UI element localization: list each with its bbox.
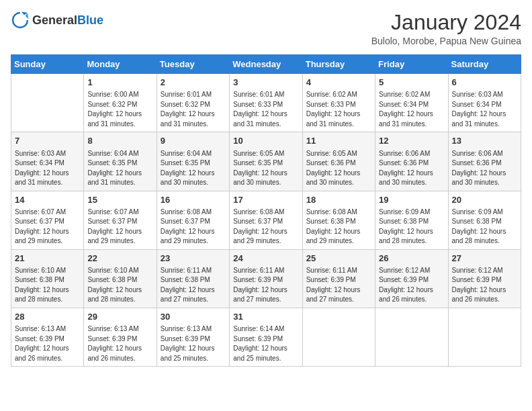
calendar-cell xyxy=(302,308,375,366)
day-number: 27 xyxy=(452,253,517,265)
day-info: Sunrise: 6:10 AMSunset: 6:38 PMDaylight:… xyxy=(87,266,152,305)
calendar-cell: 17Sunrise: 6:08 AMSunset: 6:37 PMDayligh… xyxy=(230,191,302,249)
calendar-cell: 13Sunrise: 6:06 AMSunset: 6:36 PMDayligh… xyxy=(448,132,521,191)
day-number: 4 xyxy=(306,77,371,89)
calendar-cell: 4Sunrise: 6:02 AMSunset: 6:33 PMDaylight… xyxy=(302,74,375,132)
day-number: 29 xyxy=(87,311,152,323)
day-number: 10 xyxy=(233,135,298,147)
calendar-cell: 31Sunrise: 6:14 AMSunset: 6:39 PMDayligh… xyxy=(230,308,302,366)
col-header-wednesday: Wednesday xyxy=(230,55,302,74)
calendar-cell: 25Sunrise: 6:11 AMSunset: 6:39 PMDayligh… xyxy=(302,249,375,308)
day-info: Sunrise: 6:02 AMSunset: 6:34 PMDaylight:… xyxy=(379,90,444,129)
calendar-cell: 29Sunrise: 6:13 AMSunset: 6:39 PMDayligh… xyxy=(84,308,157,366)
day-number: 1 xyxy=(87,77,152,89)
day-number: 21 xyxy=(15,253,80,265)
col-header-thursday: Thursday xyxy=(302,55,375,74)
calendar-cell xyxy=(11,74,84,132)
calendar-cell: 18Sunrise: 6:08 AMSunset: 6:38 PMDayligh… xyxy=(302,191,375,249)
day-info: Sunrise: 6:11 AMSunset: 6:38 PMDaylight:… xyxy=(161,266,226,305)
day-info: Sunrise: 6:12 AMSunset: 6:39 PMDaylight:… xyxy=(452,266,517,305)
calendar-cell: 2Sunrise: 6:01 AMSunset: 6:32 PMDaylight… xyxy=(157,74,229,132)
day-info: Sunrise: 6:09 AMSunset: 6:38 PMDaylight:… xyxy=(452,208,517,246)
day-number: 12 xyxy=(379,135,444,147)
calendar-cell: 27Sunrise: 6:12 AMSunset: 6:39 PMDayligh… xyxy=(448,249,521,308)
week-row-5: 28Sunrise: 6:13 AMSunset: 6:39 PMDayligh… xyxy=(11,308,521,366)
calendar-cell: 6Sunrise: 6:03 AMSunset: 6:34 PMDaylight… xyxy=(448,74,521,132)
day-info: Sunrise: 6:04 AMSunset: 6:35 PMDaylight:… xyxy=(161,149,226,188)
day-number: 28 xyxy=(15,311,80,323)
day-info: Sunrise: 6:08 AMSunset: 6:37 PMDaylight:… xyxy=(161,208,226,246)
logo-general: General xyxy=(32,13,77,27)
calendar-cell: 3Sunrise: 6:01 AMSunset: 6:33 PMDaylight… xyxy=(230,74,302,132)
day-number: 2 xyxy=(161,77,226,89)
day-number: 8 xyxy=(87,135,152,147)
calendar-cell: 22Sunrise: 6:10 AMSunset: 6:38 PMDayligh… xyxy=(84,249,157,308)
calendar-header-row: SundayMondayTuesdayWednesdayThursdayFrid… xyxy=(11,55,521,74)
day-info: Sunrise: 6:02 AMSunset: 6:33 PMDaylight:… xyxy=(306,90,371,129)
day-number: 23 xyxy=(161,253,226,265)
calendar-cell: 26Sunrise: 6:12 AMSunset: 6:39 PMDayligh… xyxy=(375,249,448,308)
calendar-cell: 5Sunrise: 6:02 AMSunset: 6:34 PMDaylight… xyxy=(375,74,448,132)
week-row-3: 14Sunrise: 6:07 AMSunset: 6:37 PMDayligh… xyxy=(11,191,521,249)
col-header-tuesday: Tuesday xyxy=(157,55,229,74)
day-info: Sunrise: 6:01 AMSunset: 6:32 PMDaylight:… xyxy=(161,90,226,129)
day-info: Sunrise: 6:00 AMSunset: 6:32 PMDaylight:… xyxy=(87,90,152,129)
calendar-cell: 12Sunrise: 6:06 AMSunset: 6:36 PMDayligh… xyxy=(375,132,448,191)
day-info: Sunrise: 6:11 AMSunset: 6:39 PMDaylight:… xyxy=(306,266,371,305)
day-number: 6 xyxy=(452,77,517,89)
day-number: 13 xyxy=(452,135,517,147)
month-year-title: January 2024 xyxy=(371,11,521,34)
day-info: Sunrise: 6:08 AMSunset: 6:37 PMDaylight:… xyxy=(233,208,298,246)
week-row-4: 21Sunrise: 6:10 AMSunset: 6:38 PMDayligh… xyxy=(11,249,521,308)
day-info: Sunrise: 6:13 AMSunset: 6:39 PMDaylight:… xyxy=(15,324,80,363)
day-number: 7 xyxy=(15,135,80,147)
col-header-saturday: Saturday xyxy=(448,55,521,74)
page-header: GeneralBlue January 2024 Bulolo, Morobe,… xyxy=(11,11,521,46)
calendar-cell: 16Sunrise: 6:08 AMSunset: 6:37 PMDayligh… xyxy=(157,191,229,249)
calendar-cell: 21Sunrise: 6:10 AMSunset: 6:38 PMDayligh… xyxy=(11,249,84,308)
col-header-sunday: Sunday xyxy=(11,55,84,74)
calendar-cell: 14Sunrise: 6:07 AMSunset: 6:37 PMDayligh… xyxy=(11,191,84,249)
day-number: 31 xyxy=(233,311,298,323)
calendar-cell: 28Sunrise: 6:13 AMSunset: 6:39 PMDayligh… xyxy=(11,308,84,366)
day-info: Sunrise: 6:13 AMSunset: 6:39 PMDaylight:… xyxy=(87,324,152,363)
logo-icon xyxy=(11,11,30,30)
logo: GeneralBlue xyxy=(11,11,103,30)
calendar-cell xyxy=(375,308,448,366)
location-subtitle: Bulolo, Morobe, Papua New Guinea xyxy=(371,36,521,46)
day-info: Sunrise: 6:07 AMSunset: 6:37 PMDaylight:… xyxy=(87,208,152,246)
title-area: January 2024 Bulolo, Morobe, Papua New G… xyxy=(371,11,521,46)
col-header-friday: Friday xyxy=(375,55,448,74)
day-info: Sunrise: 6:05 AMSunset: 6:35 PMDaylight:… xyxy=(233,149,298,188)
logo-text: GeneralBlue xyxy=(32,14,103,27)
day-number: 19 xyxy=(379,194,444,206)
day-number: 17 xyxy=(233,194,298,206)
calendar-cell: 10Sunrise: 6:05 AMSunset: 6:35 PMDayligh… xyxy=(230,132,302,191)
calendar-table: SundayMondayTuesdayWednesdayThursdayFrid… xyxy=(11,54,521,367)
calendar-cell: 15Sunrise: 6:07 AMSunset: 6:37 PMDayligh… xyxy=(84,191,157,249)
day-number: 26 xyxy=(379,253,444,265)
day-number: 25 xyxy=(306,253,371,265)
day-number: 30 xyxy=(161,311,226,323)
calendar-cell: 24Sunrise: 6:11 AMSunset: 6:39 PMDayligh… xyxy=(230,249,302,308)
day-info: Sunrise: 6:08 AMSunset: 6:38 PMDaylight:… xyxy=(306,208,371,246)
week-row-1: 1Sunrise: 6:00 AMSunset: 6:32 PMDaylight… xyxy=(11,74,521,132)
calendar-cell xyxy=(448,308,521,366)
calendar-cell: 11Sunrise: 6:05 AMSunset: 6:36 PMDayligh… xyxy=(302,132,375,191)
day-number: 14 xyxy=(15,194,80,206)
day-info: Sunrise: 6:12 AMSunset: 6:39 PMDaylight:… xyxy=(379,266,444,305)
day-number: 24 xyxy=(233,253,298,265)
day-info: Sunrise: 6:04 AMSunset: 6:35 PMDaylight:… xyxy=(87,149,152,188)
day-info: Sunrise: 6:06 AMSunset: 6:36 PMDaylight:… xyxy=(379,149,444,188)
day-info: Sunrise: 6:03 AMSunset: 6:34 PMDaylight:… xyxy=(15,149,80,188)
day-info: Sunrise: 6:14 AMSunset: 6:39 PMDaylight:… xyxy=(233,324,298,363)
logo-blue: Blue xyxy=(77,13,103,27)
day-info: Sunrise: 6:06 AMSunset: 6:36 PMDaylight:… xyxy=(452,149,517,188)
day-info: Sunrise: 6:01 AMSunset: 6:33 PMDaylight:… xyxy=(233,90,298,129)
day-info: Sunrise: 6:10 AMSunset: 6:38 PMDaylight:… xyxy=(15,266,80,305)
calendar-cell: 9Sunrise: 6:04 AMSunset: 6:35 PMDaylight… xyxy=(157,132,229,191)
col-header-monday: Monday xyxy=(84,55,157,74)
calendar-cell: 1Sunrise: 6:00 AMSunset: 6:32 PMDaylight… xyxy=(84,74,157,132)
calendar-cell: 19Sunrise: 6:09 AMSunset: 6:38 PMDayligh… xyxy=(375,191,448,249)
day-number: 15 xyxy=(87,194,152,206)
